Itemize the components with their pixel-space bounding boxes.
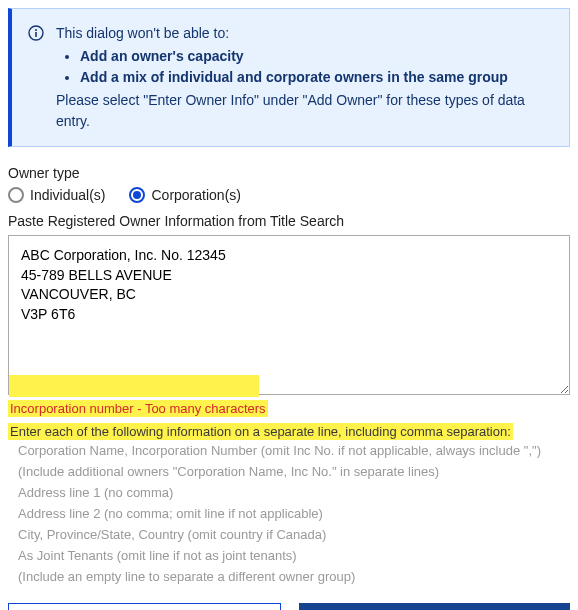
- owner-info-textarea[interactable]: [8, 235, 570, 395]
- owner-type-label: Owner type: [8, 165, 570, 181]
- owner-info-textarea-wrap: [8, 235, 570, 398]
- done-button[interactable]: Done: [299, 603, 570, 610]
- cancel-button[interactable]: Cancel: [8, 603, 281, 610]
- validation-error: Incorporation number - Too many characte…: [8, 400, 268, 417]
- radio-individual[interactable]: Individual(s): [8, 187, 105, 203]
- paste-label: Paste Registered Owner Information from …: [8, 213, 570, 229]
- info-lead: This dialog won't be able to:: [56, 23, 553, 44]
- info-bullet: Add a mix of individual and corporate ow…: [80, 67, 553, 88]
- instruction-line: (Include an empty line to separate a dif…: [8, 566, 570, 587]
- instruction-line: Address line 2 (no comma; omit line if n…: [8, 503, 570, 524]
- instructions-block: Enter each of the following information …: [8, 423, 570, 587]
- info-content: This dialog won't be able to: Add an own…: [56, 23, 553, 132]
- svg-rect-2: [35, 32, 37, 37]
- dialog-buttons: Cancel Done: [8, 603, 570, 610]
- instruction-line: (Include additional owners "Corporation …: [8, 461, 570, 482]
- info-icon: [28, 25, 44, 41]
- radio-icon: [8, 187, 24, 203]
- instructions-heading: Enter each of the following information …: [8, 423, 513, 440]
- radio-icon: [129, 187, 145, 203]
- instruction-line: Corporation Name, Incorporation Number (…: [8, 440, 570, 461]
- info-bullet: Add an owner's capacity: [80, 46, 553, 67]
- radio-corporation[interactable]: Corporation(s): [129, 187, 240, 203]
- owner-type-radios: Individual(s) Corporation(s): [8, 187, 570, 203]
- radio-label: Individual(s): [30, 187, 105, 203]
- instruction-line: Address line 1 (no comma): [8, 482, 570, 503]
- instruction-line: City, Province/State, Country (omit coun…: [8, 524, 570, 545]
- radio-label: Corporation(s): [151, 187, 240, 203]
- instruction-line: As Joint Tenants (omit line if not as jo…: [8, 545, 570, 566]
- info-trail: Please select "Enter Owner Info" under "…: [56, 90, 553, 132]
- info-alert: This dialog won't be able to: Add an own…: [8, 8, 570, 147]
- svg-point-1: [35, 29, 37, 31]
